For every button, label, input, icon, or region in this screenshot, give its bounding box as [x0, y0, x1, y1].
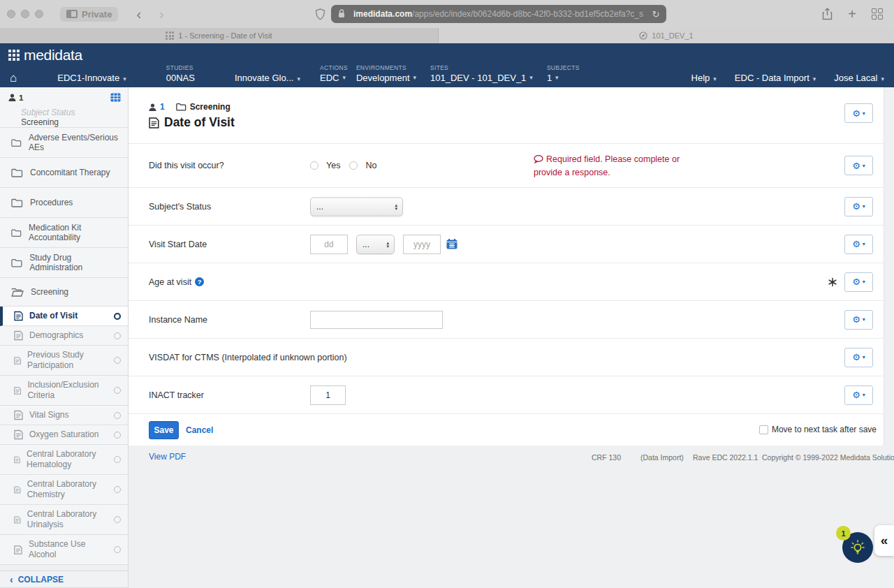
new-tab-button[interactable]: +: [848, 6, 856, 22]
sites-group[interactable]: SITES 101_DEV - 101_DEV_1▾: [430, 64, 533, 83]
form-icon: [14, 311, 23, 321]
field-label: Age at visit: [149, 277, 191, 287]
gear-icon: ⚙: [852, 240, 860, 249]
collapse-sidebar-button[interactable]: ‹ COLLAPSE: [0, 571, 128, 588]
grid-view-icon[interactable]: [110, 93, 121, 102]
privacy-shield-icon[interactable]: [315, 8, 325, 20]
form-icon: [14, 429, 23, 440]
form-status-icon: [114, 313, 121, 320]
form-icon: [14, 515, 21, 525]
folder-icon: [11, 258, 22, 267]
sidebar-form-central-lab-hematology[interactable]: Central Laboratory Hema­tology: [0, 445, 128, 475]
subject-indicator: 1: [8, 94, 23, 102]
tab-overview-icon[interactable]: [872, 8, 883, 20]
move-next-label: Move to next task after save: [772, 425, 877, 434]
folder-icon: [11, 198, 23, 207]
forward-button[interactable]: ›: [159, 6, 164, 22]
select-stepper-icon: ▴▾: [395, 203, 397, 210]
role-menu[interactable]: EDC - Data Import▾: [735, 73, 816, 83]
app-grid-icon: [166, 31, 174, 40]
sidebar-form-inclusion-exclusion[interactable]: Inclusion/Exclusion Criteria: [0, 376, 128, 406]
field-actions-button[interactable]: ⚙▾: [844, 156, 873, 175]
radio-yes[interactable]: [310, 161, 318, 170]
chevron-down-icon: ▾: [863, 316, 865, 323]
field-actions-button[interactable]: ⚙▾: [844, 272, 873, 292]
environments-group[interactable]: ENVIRONMENTS Development▾: [356, 64, 416, 83]
subjects-group[interactable]: SUBJECTS 1▾: [547, 64, 580, 83]
chevron-down-icon: ▾: [863, 163, 865, 169]
app-menu[interactable]: EDC1-Innovate▾: [57, 73, 126, 83]
form-status-icon: [114, 332, 121, 339]
person-icon: [149, 103, 156, 111]
field-label: INACT tracker: [149, 390, 204, 400]
radio-no[interactable]: [349, 161, 358, 170]
back-button[interactable]: ‹: [136, 6, 141, 22]
sidebar-form-previous-study[interactable]: Previous Study Participa­tion: [0, 346, 128, 376]
home-icon[interactable]: ⌂: [10, 73, 17, 83]
month-select[interactable]: ... ▴▾: [356, 235, 395, 254]
cancel-button[interactable]: Cancel: [186, 425, 213, 435]
gear-icon: ⚙: [852, 353, 860, 362]
move-next-checkbox[interactable]: [759, 425, 768, 434]
sidebar-form-oxygen-saturation[interactable]: Oxygen Saturation: [0, 425, 128, 445]
expand-panel-button[interactable]: «: [874, 525, 894, 556]
compass-icon: [639, 31, 647, 40]
day-input[interactable]: [310, 235, 348, 254]
field-row-inact-tracker: INACT tracker ⚙▾: [129, 376, 884, 413]
address-bar[interactable]: imedidata.com/apps/edc/index/b0624d6b-d8…: [331, 5, 666, 23]
zoom-window-button[interactable]: [35, 10, 43, 18]
chevron-down-icon: ▾: [123, 75, 126, 83]
inact-tracker-input[interactable]: [310, 385, 346, 405]
share-icon[interactable]: [822, 8, 833, 20]
breadcrumb-subject[interactable]: 1: [160, 102, 165, 112]
user-menu[interactable]: Jose Lacal▾: [834, 73, 884, 83]
subject-status-select[interactable]: ... ▴▾: [310, 197, 403, 216]
year-input[interactable]: [403, 235, 441, 254]
sidebar-form-demographics[interactable]: Demographics: [0, 326, 128, 346]
view-pdf-link[interactable]: View PDF: [149, 452, 186, 462]
tab-active[interactable]: 1 - Screening - Date of Visit: [0, 28, 438, 43]
sidebar-folder-screening-open[interactable]: Screening: [0, 278, 128, 307]
save-button[interactable]: Save: [149, 421, 179, 439]
sidebar-folder-concomitant-therapy[interactable]: Concomitant Therapy: [0, 158, 128, 188]
chevron-down-icon: ▾: [863, 241, 865, 247]
field-actions-button[interactable]: ⚙▾: [844, 310, 873, 330]
field-actions-button[interactable]: ⚙▾: [844, 235, 873, 254]
field-actions-button[interactable]: ⚙▾: [844, 348, 873, 367]
tab-background[interactable]: 101_DEV_1: [438, 28, 894, 43]
form-status-icon: [114, 412, 121, 419]
sidebar-form-central-lab-urinalysis[interactable]: Central Laboratory Urinaly­sis: [0, 505, 128, 535]
sidebar-form-date-of-visit[interactable]: Date of Visit: [0, 307, 128, 326]
sidebar-folder-adverse-events[interactable]: Adverse Events/Serious AEs: [0, 128, 128, 158]
breadcrumb-folder[interactable]: Screening: [190, 102, 230, 112]
browser-titlebar: Private ‹ › imedidata.com/apps/edc/index…: [0, 0, 894, 28]
sidebar-folder-medication-kit[interactable]: Medication Kit Accountability: [0, 218, 128, 248]
minimize-window-button[interactable]: [21, 10, 29, 18]
form-status-icon: [114, 357, 121, 364]
help-icon[interactable]: ?: [195, 277, 204, 286]
data-import-mode: (Data Import): [640, 453, 684, 462]
form-icon: [14, 355, 21, 366]
close-window-button[interactable]: [7, 10, 15, 18]
study-menu[interactable]: Innovate Glo...▾: [235, 73, 300, 83]
radio-no-label: No: [365, 161, 376, 170]
help-menu[interactable]: Help▾: [691, 73, 717, 83]
calendar-icon[interactable]: [446, 239, 457, 249]
lock-icon: [338, 9, 345, 18]
chevron-down-icon: ▾: [881, 75, 884, 83]
reload-icon[interactable]: ↻: [652, 9, 660, 20]
form-actions-button[interactable]: ⚙▾: [844, 103, 873, 123]
sidebar-folder-procedures[interactable]: Procedures: [0, 188, 128, 218]
sidebar-form-central-lab-chemistry[interactable]: Central Laboratory Chem­istry: [0, 475, 128, 505]
chevron-down-icon: ▾: [713, 75, 717, 83]
actions-group[interactable]: ACTIONS EDC▾: [320, 64, 348, 83]
ideas-count-badge: 1: [836, 526, 851, 541]
sidebar-form-substance-use-alcohol[interactable]: Substance Use Alcohol: [0, 535, 128, 565]
window-controls[interactable]: [7, 10, 43, 18]
sidebar-form-vital-signs[interactable]: Vital Signs: [0, 406, 128, 425]
sidebar-folder-study-drug[interactable]: Study Drug Administration: [0, 248, 128, 278]
instance-name-input[interactable]: [310, 311, 443, 329]
lightbulb-icon: [850, 539, 865, 556]
field-actions-button[interactable]: ⚙▾: [844, 385, 873, 405]
field-actions-button[interactable]: ⚙▾: [844, 197, 873, 216]
